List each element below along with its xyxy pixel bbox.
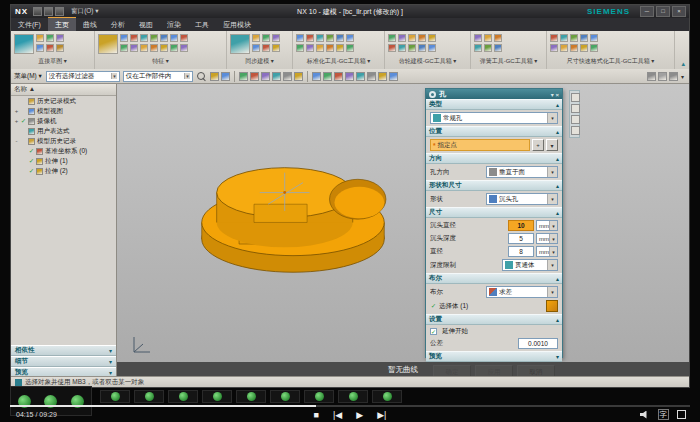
ribbon-command-icon[interactable] xyxy=(296,44,304,52)
filmstrip-thumbnail[interactable] xyxy=(338,390,368,403)
previous-button[interactable]: |◀ xyxy=(333,409,342,421)
boolean-dropdown[interactable]: 求差 ▾ xyxy=(486,286,558,298)
ribbon-command-icon[interactable] xyxy=(130,34,138,42)
sketch-section-button[interactable]: ▾ xyxy=(546,139,558,151)
ribbon-group-label[interactable]: 特征 ▾ xyxy=(95,57,226,67)
search-icon[interactable] xyxy=(197,72,205,80)
ribbon-tab-文件(F)[interactable]: 文件(F) xyxy=(11,18,48,31)
hole-direction-dropdown[interactable]: 垂直于面 ▾ xyxy=(486,166,558,178)
ribbon-command-icon[interactable] xyxy=(130,44,138,52)
toolbar-icon[interactable] xyxy=(283,72,292,81)
tree-item[interactable]: 历史记录模式 xyxy=(11,96,116,106)
ribbon-command-icon[interactable] xyxy=(46,34,54,42)
ribbon-command-icon[interactable] xyxy=(14,34,34,54)
volume-icon[interactable] xyxy=(640,411,650,419)
graphics-viewport[interactable]: 孔 ▾ × 类型▴ 常规孔 ▾ 位置▴ xyxy=(117,84,689,378)
ribbon-command-icon[interactable] xyxy=(46,44,54,52)
ribbon-tab-分析[interactable]: 分析 xyxy=(104,18,132,31)
toolbar-icon[interactable] xyxy=(647,72,656,81)
section-settings[interactable]: 设置▴ xyxy=(426,314,562,325)
ribbon-group-label[interactable]: 弹簧工具-GC工具箱 ▾ xyxy=(471,57,546,67)
ribbon-command-icon[interactable] xyxy=(150,34,158,42)
toolbar-icon[interactable] xyxy=(334,72,343,81)
window-menu[interactable]: 窗口(O) ▾ xyxy=(71,7,98,16)
unit-dropdown[interactable]: mm▾ xyxy=(536,220,558,231)
tree-item[interactable]: -模型历史记录 xyxy=(11,136,116,146)
ribbon-command-icon[interactable] xyxy=(316,34,324,42)
toolbar-icon[interactable] xyxy=(378,72,387,81)
ribbon-command-icon[interactable] xyxy=(36,44,44,52)
tolerance-input[interactable]: 0.0010 xyxy=(518,338,558,349)
tree-item[interactable]: ✓拉伸 (2) xyxy=(11,166,116,176)
unit-dropdown[interactable]: mm▾ xyxy=(536,246,558,257)
ribbon-tab-主页[interactable]: 主页 xyxy=(48,17,76,31)
select-body-row[interactable]: ✓ 选择体 (1) xyxy=(430,300,558,312)
toolbar-icon[interactable] xyxy=(272,72,281,81)
navigator-section-细节[interactable]: 细节▾ xyxy=(11,356,116,367)
ribbon-command-icon[interactable] xyxy=(550,34,558,42)
ribbon-tab-渲染[interactable]: 渲染 xyxy=(160,18,188,31)
toolbar-icon[interactable] xyxy=(294,72,303,81)
ribbon-command-icon[interactable] xyxy=(494,44,502,52)
ribbon-command-icon[interactable] xyxy=(428,34,436,42)
toolbar-icon[interactable] xyxy=(345,72,354,81)
checkbox-icon[interactable]: ✓ xyxy=(430,328,437,335)
ribbon-command-icon[interactable] xyxy=(306,44,314,52)
hole-form-dropdown[interactable]: 沉头孔 ▾ xyxy=(486,193,558,205)
ribbon-command-icon[interactable] xyxy=(316,44,324,52)
ribbon-command-icon[interactable] xyxy=(56,34,64,42)
ribbon-command-icon[interactable] xyxy=(56,44,64,52)
ribbon-command-icon[interactable] xyxy=(180,44,188,52)
section-type[interactable]: 类型▴ xyxy=(426,99,562,110)
filmstrip-thumbnail[interactable] xyxy=(270,390,300,403)
menu-button[interactable]: 菜单(M) ▾ xyxy=(14,72,42,81)
ribbon-command-icon[interactable] xyxy=(296,34,304,42)
ribbon-command-icon[interactable] xyxy=(474,44,482,52)
ribbon-command-icon[interactable] xyxy=(388,44,396,52)
close-button[interactable]: × xyxy=(672,6,686,17)
ribbon-command-icon[interactable] xyxy=(494,34,502,42)
check-icon[interactable]: ✓ xyxy=(20,117,27,125)
ribbon-command-icon[interactable] xyxy=(180,34,188,42)
dialog-rail[interactable] xyxy=(569,90,580,138)
point-dialog-button[interactable]: + xyxy=(532,139,544,151)
rail-icon[interactable] xyxy=(571,115,580,124)
ribbon-command-icon[interactable] xyxy=(388,34,396,42)
ribbon-command-icon[interactable] xyxy=(252,34,260,42)
chevron-down-icon[interactable]: ▾ xyxy=(681,73,684,80)
selection-filter-dropdown[interactable]: 没有选择过滤器▾ xyxy=(46,71,120,82)
ribbon-command-icon[interactable] xyxy=(484,44,492,52)
dimension-input[interactable]: 8 xyxy=(508,246,534,257)
ribbon-command-icon[interactable] xyxy=(140,44,148,52)
dimension-input[interactable]: 5 xyxy=(508,233,534,244)
redo-icon[interactable] xyxy=(55,7,64,16)
ribbon-tab-工具[interactable]: 工具 xyxy=(188,18,216,31)
navigator-column-header[interactable]: 名称 ▲ xyxy=(11,84,116,96)
ribbon-command-icon[interactable] xyxy=(408,34,416,42)
ribbon-command-icon[interactable] xyxy=(590,34,598,42)
subtitle-button[interactable]: 字 xyxy=(658,409,670,420)
ribbon-command-icon[interactable] xyxy=(560,34,568,42)
tree-item[interactable]: ✓基准坐标系 (0) xyxy=(11,146,116,156)
ribbon-tab-曲线[interactable]: 曲线 xyxy=(76,18,104,31)
maximize-button[interactable]: □ xyxy=(656,6,670,17)
ribbon-tab-应用模块[interactable]: 应用模块 xyxy=(216,18,258,31)
filmstrip-thumbnail[interactable] xyxy=(304,390,334,403)
ribbon-command-icon[interactable] xyxy=(120,34,128,42)
ribbon-command-icon[interactable] xyxy=(262,34,270,42)
toolbar-icon[interactable] xyxy=(239,72,248,81)
ribbon-command-icon[interactable] xyxy=(272,44,280,52)
ribbon-command-icon[interactable] xyxy=(346,34,354,42)
ribbon-command-icon[interactable] xyxy=(428,44,436,52)
tree-expand-icon[interactable]: + xyxy=(13,108,20,114)
filmstrip-thumbnail[interactable] xyxy=(100,390,130,403)
ribbon-group-label[interactable]: 尺寸快速格式化工具-GC工具箱 ▾ xyxy=(547,57,674,67)
wcs-triad[interactable] xyxy=(129,332,153,356)
toolbar-icon[interactable] xyxy=(658,72,667,81)
ribbon-command-icon[interactable] xyxy=(36,34,44,42)
ribbon-group-label[interactable]: 标准化工具-GC工具箱 ▾ xyxy=(293,57,384,67)
ribbon-command-icon[interactable] xyxy=(252,44,260,52)
ribbon-command-icon[interactable] xyxy=(306,34,314,42)
section-direction[interactable]: 方向▴ xyxy=(426,153,562,164)
ribbon-command-icon[interactable] xyxy=(398,34,406,42)
